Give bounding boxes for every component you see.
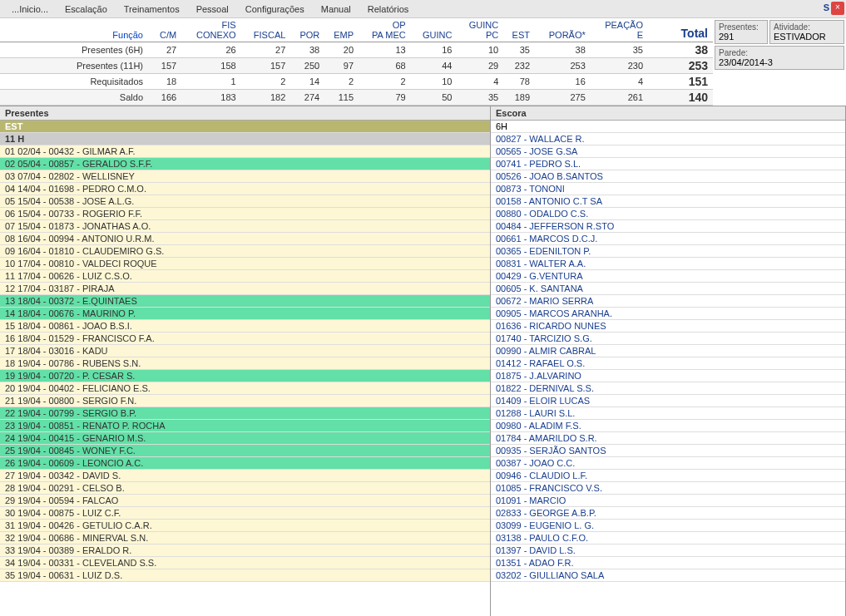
list-item[interactable]: 02833 - GEORGE A.B.P. xyxy=(491,507,845,520)
summary-cell: 261 xyxy=(589,90,646,106)
summary-cell: 275 xyxy=(533,90,589,106)
list-item[interactable]: 13 18/04 - 00372 - E.QUINTAES xyxy=(0,295,490,308)
list-item[interactable]: 01409 - ELOIR LUCAS xyxy=(491,395,845,407)
list-item[interactable]: 00387 - JOAO C.C. xyxy=(491,457,845,470)
list-item[interactable]: 24 19/04 - 00415 - GENARIO M.S. xyxy=(0,432,490,445)
list-item[interactable]: 32 19/04 - 00686 - MINERVAL S.N. xyxy=(0,532,490,545)
list-item[interactable]: 14 18/04 - 00676 - MAURINO P. xyxy=(0,308,490,320)
list-item[interactable]: 00661 - MARCOS D.C.J. xyxy=(491,233,845,245)
list-item[interactable]: 00873 - TONONI xyxy=(491,183,845,195)
list-item[interactable]: 00565 - JOSE G.SA xyxy=(491,145,845,158)
list-item[interactable]: 00741 - PEDRO S.L. xyxy=(491,158,845,170)
col-guincpc[interactable]: GUINCPC xyxy=(455,18,502,42)
list-item[interactable]: 01351 - ADAO F.R. xyxy=(491,557,845,569)
list-item[interactable]: 00905 - MARCOS ARANHA. xyxy=(491,308,845,320)
list-item[interactable]: 30 19/04 - 00875 - LUIZ C.F. xyxy=(0,507,490,520)
list-item[interactable]: 03202 - GIULLIANO SALA xyxy=(491,569,845,582)
list-item[interactable]: 25 19/04 - 00845 - WONEY F.C. xyxy=(0,445,490,457)
list-item[interactable]: 15 18/04 - 00861 - JOAO B.S.I. xyxy=(0,320,490,333)
right-header-hour[interactable]: 6H xyxy=(491,121,845,133)
summary-cell: 183 xyxy=(180,90,239,106)
list-item[interactable]: 26 19/04 - 00609 - LEONCIO A.C. xyxy=(0,457,490,470)
list-item[interactable]: 08 16/04 - 00994 - ANTONIO U.R.M. xyxy=(0,233,490,245)
close-icon[interactable]: × xyxy=(831,2,844,15)
list-item[interactable]: 01412 - RAFAEL O.S. xyxy=(491,357,845,370)
list-item[interactable]: 01 02/04 - 00432 - GILMAR A.F. xyxy=(0,145,490,158)
list-item[interactable]: 01822 - DERNIVAL S.S. xyxy=(491,382,845,395)
list-item[interactable]: 00935 - SERJÃO SANTOS xyxy=(491,445,845,457)
list-item[interactable]: 03 07/04 - 02802 - WELLISNEY xyxy=(0,170,490,183)
list-item[interactable]: 01091 - MARCIO xyxy=(491,495,845,507)
list-item[interactable]: 03138 - PAULO C.F.O. xyxy=(491,532,845,545)
list-item[interactable]: 00365 - EDENILTON P. xyxy=(491,245,845,258)
col-oppamec[interactable]: OPPA MEC xyxy=(357,18,409,42)
list-item[interactable]: 00605 - K. SANTANA xyxy=(491,283,845,295)
left-header-est[interactable]: EST xyxy=(0,121,490,133)
col-poro[interactable]: PORÃO* xyxy=(533,18,589,42)
list-item[interactable]: 00484 - JEFFERSON R.STO xyxy=(491,220,845,233)
col-emp[interactable]: EMP xyxy=(323,18,357,42)
col-cm[interactable]: C/M xyxy=(150,18,180,42)
list-item[interactable]: 28 19/04 - 00291 - CELSO B. xyxy=(0,482,490,495)
list-item[interactable]: 01288 - LAURI S.L. xyxy=(491,407,845,420)
list-item[interactable]: 03099 - EUGENIO L. G. xyxy=(491,520,845,532)
menu-pessoal[interactable]: Pessoal xyxy=(188,2,237,17)
list-item[interactable]: 04 14/04 - 01698 - PEDRO C.M.O. xyxy=(0,183,490,195)
list-item[interactable]: 01397 - DAVID L.S. xyxy=(491,545,845,557)
list-item[interactable]: 09 16/04 - 01810 - CLAUDEMIRO G.S. xyxy=(0,245,490,258)
list-item[interactable]: 17 18/04 - 03016 - KADU xyxy=(0,345,490,357)
list-item[interactable]: 10 17/04 - 00810 - VALDECI ROQUE xyxy=(0,258,490,270)
list-item[interactable]: 23 19/04 - 00851 - RENATO P. ROCHA xyxy=(0,420,490,432)
menu-relatrios[interactable]: Relatórios xyxy=(359,2,418,17)
list-item[interactable]: 18 19/04 - 00786 - RUBENS S.N. xyxy=(0,357,490,370)
list-item[interactable]: 29 19/04 - 00594 - FALCAO xyxy=(0,495,490,507)
list-item[interactable]: 00880 - ODALDO C.S. xyxy=(491,208,845,220)
col-fisconexo[interactable]: FISCONEXO xyxy=(180,18,239,42)
col-est[interactable]: EST xyxy=(502,18,533,42)
list-item[interactable]: 16 18/04 - 01529 - FRANCISCO F.A. xyxy=(0,333,490,345)
list-item[interactable]: 31 19/04 - 00426 - GETULIO C.A.R. xyxy=(0,520,490,532)
list-item[interactable]: 00429 - G.VENTURA xyxy=(491,270,845,283)
column-funcao[interactable]: Função xyxy=(0,18,150,42)
list-item[interactable]: 00526 - JOAO B.SANTOS xyxy=(491,170,845,183)
menu-escalao[interactable]: Escalação xyxy=(57,2,116,17)
col-peaoe[interactable]: PEAÇÃOE xyxy=(589,18,646,42)
list-item[interactable]: 27 19/04 - 00342 - DAVID S. xyxy=(0,470,490,482)
left-header-hour[interactable]: 11 H xyxy=(0,133,490,145)
list-item[interactable]: 12 17/04 - 03187 - PIRAJA xyxy=(0,283,490,295)
list-item[interactable]: 01784 - AMARILDO S.R. xyxy=(491,432,845,445)
menu-configuraes[interactable]: Configurações xyxy=(237,2,313,17)
list-item[interactable]: 20 19/04 - 00402 - FELICIANO E.S. xyxy=(0,382,490,395)
list-item[interactable]: 01875 - J.ALVARINO xyxy=(491,370,845,382)
list-item[interactable]: 33 19/04 - 00389 - ERALDO R. xyxy=(0,545,490,557)
summary-row: Presentes (6H)272627382013161035383538 xyxy=(0,42,713,58)
list-item[interactable]: 00990 - ALMIR CABRAL xyxy=(491,345,845,357)
list-item[interactable]: 11 17/04 - 00626 - LUIZ C.S.O. xyxy=(0,270,490,283)
list-item[interactable]: 00831 - WALTER A.A. xyxy=(491,258,845,270)
list-item[interactable]: 02 05/04 - 00857 - GERALDO S.F.F. xyxy=(0,158,490,170)
col-por[interactable]: POR xyxy=(289,18,323,42)
list-item[interactable]: 07 15/04 - 01873 - JONATHAS A.O. xyxy=(0,220,490,233)
menu-inicio[interactable]: ...Inicio... xyxy=(3,2,57,17)
list-item[interactable]: 19 19/04 - 00720 - P. CESAR S. xyxy=(0,370,490,382)
list-item[interactable]: 01085 - FRANCISCO V.S. xyxy=(491,482,845,495)
list-item[interactable]: 01636 - RICARDO NUNES xyxy=(491,320,845,333)
list-item[interactable]: 21 19/04 - 00800 - SERGIO F.N. xyxy=(0,395,490,407)
list-item[interactable]: 35 19/04 - 00631 - LUIZ D.S. xyxy=(0,569,490,582)
list-item[interactable]: 22 19/04 - 00799 - SERGIO B.P. xyxy=(0,407,490,420)
summary-cell: 27 xyxy=(150,42,180,58)
summary-cell: 10 xyxy=(455,42,502,58)
list-item[interactable]: 00827 - WALLACE R. xyxy=(491,133,845,145)
col-guinc[interactable]: GUINC xyxy=(409,18,456,42)
list-item[interactable]: 00158 - ANTONIO C.T SA xyxy=(491,195,845,208)
list-item[interactable]: 00980 - ALADIM F.S. xyxy=(491,420,845,432)
list-item[interactable]: 05 15/04 - 00538 - JOSE A.L.G. xyxy=(0,195,490,208)
list-item[interactable]: 00946 - CLAUDIO L.F. xyxy=(491,470,845,482)
list-item[interactable]: 01740 - TARCIZIO S.G. xyxy=(491,333,845,345)
col-fiscal[interactable]: FISCAL xyxy=(240,18,289,42)
list-item[interactable]: 00672 - MARIO SERRA xyxy=(491,295,845,308)
list-item[interactable]: 34 19/04 - 00331 - CLEVELAND S.S. xyxy=(0,557,490,569)
menu-manual[interactable]: Manual xyxy=(313,2,359,17)
list-item[interactable]: 06 15/04 - 00733 - ROGERIO F.F. xyxy=(0,208,490,220)
menu-treinamentos[interactable]: Treinamentos xyxy=(116,2,188,17)
